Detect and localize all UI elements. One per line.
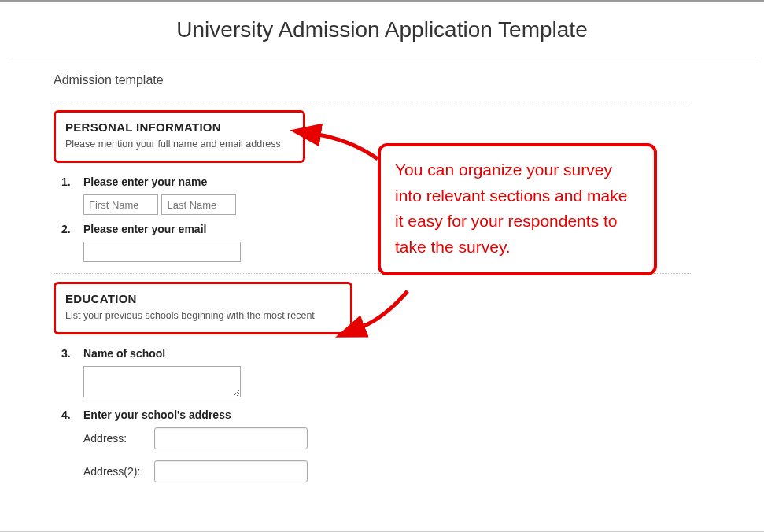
dotted-separator-1 bbox=[54, 102, 691, 102]
annotation-arrow-1 bbox=[307, 127, 386, 178]
email-input[interactable] bbox=[83, 242, 241, 262]
address-input-1[interactable] bbox=[154, 427, 308, 449]
question-number: 2. bbox=[61, 223, 83, 235]
section-heading-education: EDUCATION bbox=[65, 292, 341, 305]
first-name-input[interactable] bbox=[83, 194, 158, 215]
annotation-arrow-2 bbox=[352, 291, 415, 342]
address-input-2[interactable] bbox=[154, 460, 308, 482]
title-divider bbox=[8, 57, 756, 57]
annotation-callout: You can organize your survey into releva… bbox=[378, 143, 657, 275]
question-number: 3. bbox=[61, 347, 83, 360]
question-label: Name of school bbox=[83, 347, 700, 360]
question-4: 4. Enter your school's address Address: … bbox=[61, 408, 700, 493]
question-number: 1. bbox=[61, 175, 83, 188]
section-heading-personal: PERSONAL INFORMATION bbox=[65, 120, 293, 134]
question-number: 4. bbox=[61, 408, 83, 421]
address-label-2: Address(2): bbox=[83, 465, 154, 478]
form-subtitle: Admission template bbox=[54, 73, 700, 87]
address-label-1: Address: bbox=[83, 432, 154, 445]
question-label: Enter your school's address bbox=[83, 408, 700, 421]
school-name-input[interactable] bbox=[83, 366, 241, 397]
section-personal-info-box: PERSONAL INFORMATION Please mention your… bbox=[54, 110, 305, 163]
last-name-input[interactable] bbox=[161, 194, 236, 215]
question-3: 3. Name of school bbox=[61, 347, 700, 401]
section-desc-education: List your previous schools beginning wit… bbox=[65, 310, 341, 321]
section-education-box: EDUCATION List your previous schools beg… bbox=[54, 282, 352, 334]
page-title: University Admission Application Templat… bbox=[0, 2, 764, 57]
section-desc-personal: Please mention your full name and email … bbox=[65, 139, 293, 150]
